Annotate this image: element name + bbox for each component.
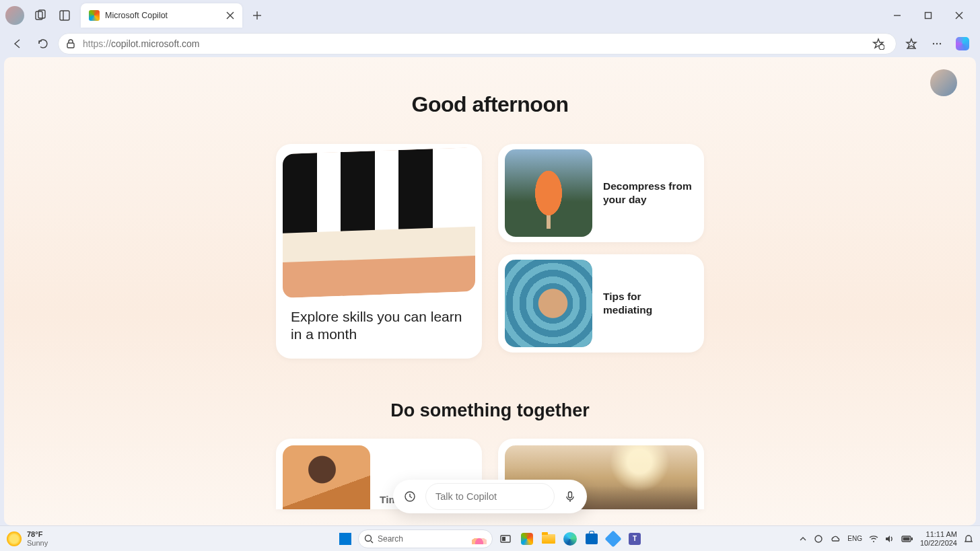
site-info-icon[interactable] — [65, 38, 76, 49]
start-button[interactable] — [337, 530, 354, 548]
browser-titlebar: Microsoft Copilot — [0, 0, 980, 30]
favorites-button[interactable] — [901, 33, 922, 54]
card-mediating-tips[interactable]: Tips for mediating — [498, 254, 704, 353]
card-image-person — [283, 445, 370, 509]
svg-rect-21 — [569, 492, 572, 498]
card-image-piano — [283, 147, 475, 298]
url-text: https://copilot.microsoft.com — [83, 38, 200, 49]
svg-rect-26 — [502, 537, 505, 541]
history-button[interactable] — [398, 485, 421, 508]
back-button[interactable] — [7, 33, 28, 54]
weather-cond: Sunny — [27, 539, 48, 547]
close-tab-icon[interactable] — [226, 11, 234, 20]
close-window-button[interactable] — [944, 5, 975, 26]
svg-point-14 — [879, 44, 884, 50]
chat-input[interactable] — [435, 491, 545, 502]
language-icon[interactable]: ENG — [847, 535, 862, 542]
wifi-icon[interactable] — [869, 535, 878, 543]
card-image-popsicle — [505, 149, 592, 237]
taskbar-center: Search T — [337, 529, 643, 548]
copilot-sidebar-icon[interactable] — [952, 33, 973, 54]
browser-toolbar: https://copilot.microsoft.com — [0, 30, 980, 57]
subheading: Do something together — [4, 400, 976, 421]
svg-point-23 — [365, 535, 372, 541]
clock-time: 11:11 AM — [920, 530, 957, 539]
suggestion-cards-row: Explore skills you can learn in a month … — [4, 144, 976, 359]
sun-icon — [7, 531, 22, 546]
teams-icon[interactable]: T — [626, 530, 643, 548]
svg-rect-31 — [911, 538, 913, 540]
volume-icon[interactable] — [885, 535, 895, 543]
svg-marker-29 — [886, 536, 890, 542]
search-highlight-icon — [472, 534, 487, 544]
chat-input-bar — [393, 480, 587, 513]
weather-temp: 78°F — [27, 530, 48, 538]
card-caption: Explore skills you can learn in a month — [283, 308, 475, 344]
copilot-taskbar-icon[interactable] — [518, 530, 536, 548]
tray-sync-icon[interactable] — [814, 534, 823, 544]
greeting-heading: Good afternoon — [4, 92, 976, 117]
edge-icon[interactable] — [561, 530, 579, 548]
svg-rect-32 — [903, 537, 909, 540]
search-placeholder: Search — [378, 534, 403, 544]
tray-chevron-icon[interactable] — [799, 535, 807, 543]
browser-profile-avatar[interactable] — [5, 6, 24, 25]
clock[interactable]: 11:11 AM 10/22/2024 — [920, 530, 957, 547]
minimize-button[interactable] — [882, 5, 913, 26]
card-decompress[interactable]: Decompress from your day — [498, 144, 704, 242]
svg-point-28 — [873, 541, 874, 542]
svg-line-24 — [371, 541, 373, 543]
mic-button[interactable] — [559, 485, 582, 508]
browser-tab[interactable]: Microsoft Copilot — [81, 3, 242, 28]
system-tray: ENG 11:11 AM 10/22/2024 — [799, 530, 973, 547]
file-explorer-icon[interactable] — [540, 530, 557, 548]
copilot-favicon — [89, 10, 100, 21]
collections-nudge-icon[interactable] — [868, 33, 889, 54]
svg-marker-15 — [907, 39, 916, 48]
battery-icon[interactable] — [901, 536, 913, 542]
svg-point-18 — [937, 44, 938, 44]
refresh-button[interactable] — [32, 33, 54, 54]
svg-point-19 — [940, 44, 941, 44]
new-tab-button[interactable] — [246, 5, 268, 26]
vertical-tabs-icon[interactable] — [54, 5, 75, 26]
windows-taskbar: 78°F Sunny Search T ENG 11:11 AM 10/22/2… — [0, 525, 980, 551]
workspaces-icon[interactable] — [30, 5, 51, 26]
notifications-icon[interactable] — [964, 534, 973, 544]
weather-widget[interactable]: 78°F Sunny — [7, 530, 48, 546]
store-icon[interactable] — [583, 530, 600, 548]
svg-rect-12 — [67, 43, 74, 48]
card-image-water — [505, 260, 592, 347]
task-view-icon[interactable] — [497, 530, 514, 548]
search-icon — [364, 534, 374, 544]
svg-point-27 — [815, 536, 822, 542]
card-caption: Tips for mediating — [603, 290, 697, 317]
onedrive-icon[interactable] — [830, 535, 841, 543]
svg-rect-2 — [60, 11, 69, 20]
taskbar-search[interactable]: Search — [358, 529, 493, 548]
svg-rect-9 — [925, 12, 932, 18]
address-bar[interactable]: https://copilot.microsoft.com — [58, 33, 897, 54]
card-explore-skills[interactable]: Explore skills you can learn in a month — [276, 144, 482, 359]
settings-menu-button[interactable] — [926, 33, 948, 54]
maximize-button[interactable] — [913, 5, 944, 26]
page-content: Good afternoon Explore skills you can le… — [4, 57, 976, 525]
tab-title: Microsoft Copilot — [105, 11, 221, 20]
clock-date: 10/22/2024 — [920, 539, 957, 548]
svg-point-17 — [934, 44, 934, 44]
chat-input-wrap[interactable] — [425, 483, 555, 510]
user-avatar[interactable] — [930, 69, 957, 96]
card-caption: Decompress from your day — [603, 180, 697, 207]
app-icon-blue[interactable] — [604, 530, 622, 548]
